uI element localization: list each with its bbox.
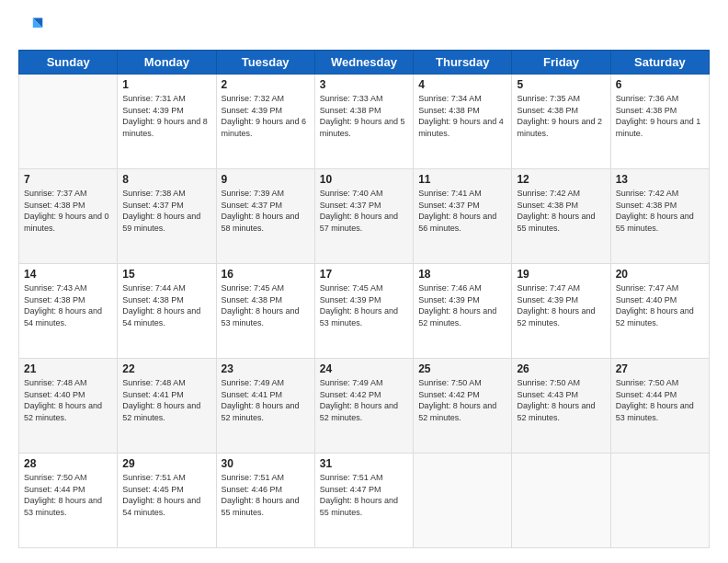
cell-info: Sunrise: 7:50 AMSunset: 4:43 PMDaylight:… <box>517 377 605 423</box>
cell-info: Sunrise: 7:41 AMSunset: 4:37 PMDaylight:… <box>418 188 506 234</box>
calendar-cell: 16Sunrise: 7:45 AMSunset: 4:38 PMDayligh… <box>216 264 314 359</box>
calendar-cell <box>610 454 709 548</box>
calendar-cell: 21Sunrise: 7:48 AMSunset: 4:40 PMDayligh… <box>19 359 118 454</box>
calendar-cell: 15Sunrise: 7:44 AMSunset: 4:38 PMDayligh… <box>118 264 216 359</box>
day-number: 3 <box>320 78 408 91</box>
calendar-cell: 20Sunrise: 7:47 AMSunset: 4:40 PMDayligh… <box>610 264 709 359</box>
calendar-cell <box>512 454 610 548</box>
cell-info: Sunrise: 7:45 AMSunset: 4:38 PMDaylight:… <box>222 282 310 328</box>
day-header-friday: Friday <box>512 51 610 75</box>
day-header-tuesday: Tuesday <box>216 51 314 75</box>
calendar-cell: 9Sunrise: 7:39 AMSunset: 4:37 PMDaylight… <box>216 169 314 264</box>
calendar-cell: 23Sunrise: 7:49 AMSunset: 4:41 PMDayligh… <box>216 359 314 454</box>
calendar-cell: 13Sunrise: 7:42 AMSunset: 4:38 PMDayligh… <box>610 169 709 264</box>
calendar-cell: 4Sunrise: 7:34 AMSunset: 4:38 PMDaylight… <box>414 75 512 169</box>
day-number: 29 <box>122 457 210 470</box>
day-number: 14 <box>24 268 112 281</box>
day-number: 12 <box>517 173 605 186</box>
calendar-cell <box>19 75 118 169</box>
calendar-table: SundayMondayTuesdayWednesdayThursdayFrid… <box>18 50 710 548</box>
calendar-cell: 26Sunrise: 7:50 AMSunset: 4:43 PMDayligh… <box>512 359 610 454</box>
cell-info: Sunrise: 7:47 AMSunset: 4:40 PMDaylight:… <box>616 282 704 328</box>
cell-info: Sunrise: 7:49 AMSunset: 4:41 PMDaylight:… <box>222 377 310 423</box>
day-number: 18 <box>418 268 506 281</box>
calendar-cell: 28Sunrise: 7:50 AMSunset: 4:44 PMDayligh… <box>19 454 118 548</box>
cell-info: Sunrise: 7:34 AMSunset: 4:38 PMDaylight:… <box>418 93 506 139</box>
day-number: 5 <box>517 78 605 91</box>
calendar-cell: 19Sunrise: 7:47 AMSunset: 4:39 PMDayligh… <box>512 264 610 359</box>
day-number: 6 <box>616 78 704 91</box>
cell-info: Sunrise: 7:42 AMSunset: 4:38 PMDaylight:… <box>517 188 605 234</box>
logo <box>18 15 48 40</box>
cell-info: Sunrise: 7:48 AMSunset: 4:41 PMDaylight:… <box>122 377 210 423</box>
calendar-cell: 2Sunrise: 7:32 AMSunset: 4:39 PMDaylight… <box>216 75 314 169</box>
day-header-sunday: Sunday <box>19 51 118 75</box>
day-number: 27 <box>616 362 704 375</box>
calendar-cell: 17Sunrise: 7:45 AMSunset: 4:39 PMDayligh… <box>314 264 413 359</box>
day-number: 4 <box>418 78 506 91</box>
day-number: 19 <box>517 268 605 281</box>
page: SundayMondayTuesdayWednesdayThursdayFrid… <box>0 0 728 563</box>
cell-info: Sunrise: 7:39 AMSunset: 4:37 PMDaylight:… <box>222 188 310 234</box>
calendar-cell: 11Sunrise: 7:41 AMSunset: 4:37 PMDayligh… <box>414 169 512 264</box>
day-number: 26 <box>517 362 605 375</box>
calendar-cell <box>414 454 512 548</box>
cell-info: Sunrise: 7:50 AMSunset: 4:44 PMDaylight:… <box>24 472 112 518</box>
cell-info: Sunrise: 7:49 AMSunset: 4:42 PMDaylight:… <box>320 377 408 423</box>
calendar-cell: 22Sunrise: 7:48 AMSunset: 4:41 PMDayligh… <box>118 359 216 454</box>
logo-icon <box>18 15 44 40</box>
calendar-cell: 1Sunrise: 7:31 AMSunset: 4:39 PMDaylight… <box>118 75 216 169</box>
day-number: 20 <box>616 268 704 281</box>
calendar-cell: 5Sunrise: 7:35 AMSunset: 4:38 PMDaylight… <box>512 75 610 169</box>
calendar-cell: 25Sunrise: 7:50 AMSunset: 4:42 PMDayligh… <box>414 359 512 454</box>
cell-info: Sunrise: 7:47 AMSunset: 4:39 PMDaylight:… <box>517 282 605 328</box>
day-number: 16 <box>222 268 310 281</box>
header <box>18 15 710 40</box>
day-number: 22 <box>122 362 210 375</box>
day-number: 15 <box>122 268 210 281</box>
cell-info: Sunrise: 7:40 AMSunset: 4:37 PMDaylight:… <box>320 188 408 234</box>
calendar-cell: 30Sunrise: 7:51 AMSunset: 4:46 PMDayligh… <box>216 454 314 548</box>
day-header-saturday: Saturday <box>610 51 709 75</box>
cell-info: Sunrise: 7:50 AMSunset: 4:42 PMDaylight:… <box>418 377 506 423</box>
day-number: 11 <box>418 173 506 186</box>
calendar-cell: 10Sunrise: 7:40 AMSunset: 4:37 PMDayligh… <box>314 169 413 264</box>
calendar-cell: 6Sunrise: 7:36 AMSunset: 4:38 PMDaylight… <box>610 75 709 169</box>
cell-info: Sunrise: 7:38 AMSunset: 4:37 PMDaylight:… <box>122 188 210 234</box>
day-header-monday: Monday <box>118 51 216 75</box>
day-header-thursday: Thursday <box>414 51 512 75</box>
cell-info: Sunrise: 7:42 AMSunset: 4:38 PMDaylight:… <box>616 188 704 234</box>
cell-info: Sunrise: 7:36 AMSunset: 4:38 PMDaylight:… <box>616 93 704 139</box>
cell-info: Sunrise: 7:48 AMSunset: 4:40 PMDaylight:… <box>24 377 112 423</box>
day-number: 2 <box>222 78 310 91</box>
cell-info: Sunrise: 7:46 AMSunset: 4:39 PMDaylight:… <box>418 282 506 328</box>
cell-info: Sunrise: 7:51 AMSunset: 4:46 PMDaylight:… <box>222 472 310 518</box>
day-number: 28 <box>24 457 112 470</box>
day-number: 21 <box>24 362 112 375</box>
calendar-cell: 29Sunrise: 7:51 AMSunset: 4:45 PMDayligh… <box>118 454 216 548</box>
calendar-cell: 31Sunrise: 7:51 AMSunset: 4:47 PMDayligh… <box>314 454 413 548</box>
calendar-cell: 7Sunrise: 7:37 AMSunset: 4:38 PMDaylight… <box>19 169 118 264</box>
cell-info: Sunrise: 7:51 AMSunset: 4:45 PMDaylight:… <box>122 472 210 518</box>
day-number: 1 <box>122 78 210 91</box>
day-number: 10 <box>320 173 408 186</box>
cell-info: Sunrise: 7:32 AMSunset: 4:39 PMDaylight:… <box>222 93 310 139</box>
day-number: 23 <box>222 362 310 375</box>
cell-info: Sunrise: 7:45 AMSunset: 4:39 PMDaylight:… <box>320 282 408 328</box>
cell-info: Sunrise: 7:37 AMSunset: 4:38 PMDaylight:… <box>24 188 112 234</box>
cell-info: Sunrise: 7:50 AMSunset: 4:44 PMDaylight:… <box>616 377 704 423</box>
day-number: 25 <box>418 362 506 375</box>
day-number: 24 <box>320 362 408 375</box>
calendar-cell: 12Sunrise: 7:42 AMSunset: 4:38 PMDayligh… <box>512 169 610 264</box>
cell-info: Sunrise: 7:51 AMSunset: 4:47 PMDaylight:… <box>320 472 408 518</box>
day-number: 8 <box>122 173 210 186</box>
day-number: 30 <box>222 457 310 470</box>
cell-info: Sunrise: 7:31 AMSunset: 4:39 PMDaylight:… <box>122 93 210 139</box>
cell-info: Sunrise: 7:44 AMSunset: 4:38 PMDaylight:… <box>122 282 210 328</box>
day-number: 13 <box>616 173 704 186</box>
day-number: 7 <box>24 173 112 186</box>
day-number: 17 <box>320 268 408 281</box>
calendar-cell: 18Sunrise: 7:46 AMSunset: 4:39 PMDayligh… <box>414 264 512 359</box>
day-number: 31 <box>320 457 408 470</box>
cell-info: Sunrise: 7:33 AMSunset: 4:38 PMDaylight:… <box>320 93 408 139</box>
